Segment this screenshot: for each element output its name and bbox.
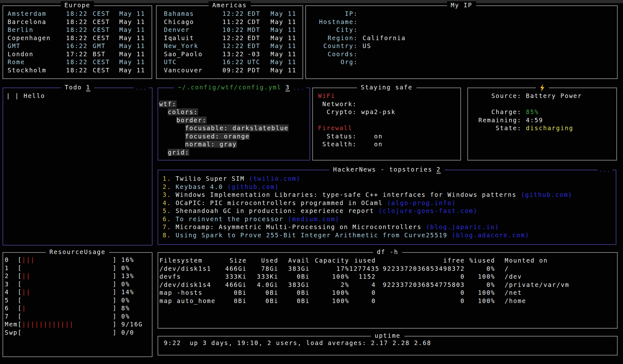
city-date: May 11: [271, 58, 302, 66]
clock-row: Copenhagen18:22CESTMay 11: [3, 34, 152, 42]
meter-value: 9/16G: [121, 321, 143, 328]
clock-row: Stockholm18:22CESTMay 11: [3, 66, 152, 75]
city-timezone: CEST: [88, 58, 119, 66]
meter-bracket: ]: [22, 313, 121, 320]
ip-field-value: [363, 18, 617, 26]
ip-field-label: Coords:: [306, 50, 358, 58]
city-name: Iqaluit: [164, 34, 222, 42]
city-name: Bahamas: [164, 10, 222, 18]
resource-meter-row: 7 [ ] 0%: [5, 312, 152, 321]
hn-story-link[interactable]: (blog.adacore.com): [452, 232, 530, 239]
city-name: GMT: [8, 42, 65, 50]
table-cell: 0Bi: [278, 289, 310, 297]
meter-value: 8%: [121, 305, 130, 312]
hn-story-link[interactable]: (github.com): [227, 183, 279, 190]
table-cell: map auto_home: [159, 297, 216, 305]
security-line: Stealth: on: [318, 140, 460, 149]
ip-info-row: Coords:: [306, 50, 617, 58]
table-cell: 1152: [349, 273, 376, 281]
city-date: May 11: [271, 34, 302, 42]
ip-field-value: California: [363, 34, 617, 42]
clock-list-europe: Amsterdam18:22CESTMay 11Barcelona18:22CE…: [3, 6, 152, 78]
meter-label: 4 [: [5, 288, 22, 295]
table-cell: /: [495, 265, 617, 273]
clock-row: Rome18:22CESTMay 11: [3, 58, 152, 66]
todo-item[interactable]: | | Hello: [3, 88, 152, 245]
city-time: 16:22: [65, 42, 88, 50]
meter-bracket: ]: [31, 272, 121, 279]
city-name: London: [8, 50, 65, 58]
panel-hackernews[interactable]: HackerNews - topstories2 ... 1. Twilio S…: [158, 170, 616, 245]
city-time: 16:22: [222, 58, 244, 66]
battery-field-label: Remaining:: [478, 117, 526, 124]
table-row: map auto_home0Bi0Bi0Bi100%00100%/home: [159, 297, 617, 305]
city-name: Denver: [164, 26, 222, 34]
table-cell: 333Ki: [216, 273, 247, 281]
ip-field-value: [363, 50, 617, 58]
meter-bracket: ]: [35, 256, 121, 263]
city-timezone: CDT: [244, 18, 271, 26]
meter-bracket: ]: [22, 329, 121, 336]
column-header: ifree: [376, 257, 465, 265]
city-name: Chicago: [164, 18, 222, 26]
table-cell: 383Gi: [278, 265, 310, 273]
panel-uptime: uptime 9:22 up 3 days, 19:10, 2 users, l…: [158, 336, 618, 355]
hn-story-link[interactable]: (medium.com): [288, 215, 340, 222]
column-header: iused: [349, 257, 376, 265]
config-line: colors:: [159, 108, 309, 116]
clock-row: GMT16:22GMTMay 11: [3, 42, 152, 50]
city-date: May 11: [271, 66, 302, 75]
ip-field-value: [363, 10, 617, 18]
panel-config-file[interactable]: ~/.config/wtf/config.yml3 ... wtf: color…: [158, 88, 310, 161]
ip-field-label: IP:: [306, 10, 358, 18]
table-cell: 4.0Gi: [247, 281, 278, 289]
city-name: Sao_Paolo: [164, 50, 222, 58]
hn-story-rank: 3.: [163, 191, 176, 198]
meter-bracket: ]: [22, 281, 121, 288]
hn-story-link[interactable]: (algo-prog.info): [387, 199, 456, 206]
panel-todo[interactable]: Todo1 ... | | Hello: [3, 88, 153, 246]
hn-story-link[interactable]: (clojure-goes-fast.com): [378, 207, 478, 214]
meter-value: 0%: [121, 297, 130, 304]
battery-field-label: Charge:: [478, 108, 526, 115]
meter-label: 3 [: [5, 281, 22, 288]
config-indent: [159, 108, 168, 115]
panel-my-ip: My IP IP:Hostname:City:Region:California…: [305, 5, 618, 79]
meter-value: 0/0: [121, 329, 134, 336]
hn-story-rank: 4.: [163, 199, 176, 206]
config-line: focused: orange: [159, 132, 309, 141]
city-timezone: -03: [244, 50, 271, 58]
table-cell: /dev: [495, 273, 617, 281]
city-timezone: CEST: [88, 18, 119, 26]
hn-story-link[interactable]: (github.com): [521, 191, 573, 198]
table-cell: 0: [349, 289, 376, 297]
battery-status-lines: Source: Battery Power Charge: 85%Remaini…: [468, 88, 616, 160]
table-cell: /home: [495, 297, 617, 305]
hn-story-title: OCaPIC: PIC microcontrollers programmed …: [176, 199, 387, 206]
meter-label: Swp[: [5, 329, 22, 336]
hn-story-rank: 1.: [163, 175, 176, 182]
ip-info-row: Hostname:: [306, 18, 617, 26]
meter-label: 1 [: [5, 264, 22, 271]
battery-field-value: 4:59: [526, 117, 543, 124]
hn-story-link[interactable]: (blog.japaric.io): [426, 223, 499, 230]
hn-story-link[interactable]: (twilio.com): [249, 175, 301, 182]
city-timezone: EDT: [244, 42, 271, 50]
resource-meter-row: 6 [| ] 8%: [5, 304, 152, 312]
city-date: May 11: [119, 10, 152, 18]
ip-info-list: IP:Hostname:City:Region:CaliforniaCountr…: [306, 6, 617, 78]
security-status-lines: WiFi Network: Crypto: wpa2-pskFirewall S…: [313, 88, 460, 160]
panel-disk-usage: df -h FilesystemSizeUsedAvailCapacityius…: [158, 252, 618, 329]
hn-story-title: To reinvent the processor: [176, 215, 288, 222]
resource-meter-row: Swp[ ] 0/0: [5, 329, 152, 337]
resource-meter-list: 0 [||| ] 16%1 [ ] 0%2 [|| ] 13%3 [ ] 0%4…: [3, 253, 152, 356]
panel-americas-clocks: Americas Bahamas12:22EDTMay 11Chicago11:…: [156, 5, 303, 79]
table-cell: 0%: [465, 265, 495, 273]
city-time: 11:22: [222, 18, 244, 26]
clock-row: Denver10:22MDTMay 11: [157, 26, 302, 34]
city-time: 12:22: [222, 10, 244, 18]
config-text: normal: gray: [185, 141, 237, 148]
column-header: Avail: [278, 257, 310, 265]
ip-field-label: City:: [306, 26, 358, 34]
meter-label: 7 [: [5, 313, 22, 320]
